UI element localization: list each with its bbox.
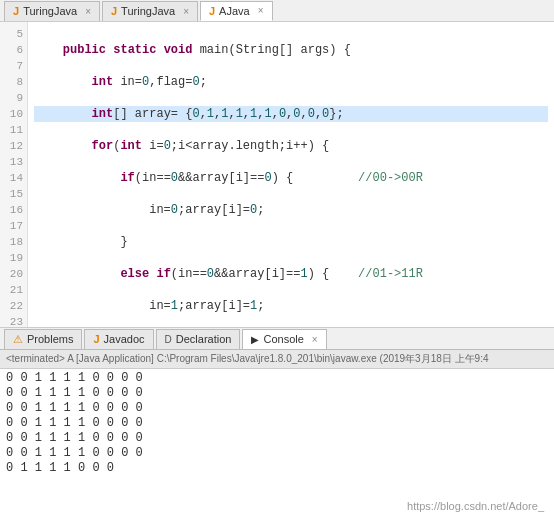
tab-label-1: TuringJava	[23, 5, 77, 17]
console-area: <terminated> A [Java Application] C:\Pro…	[0, 350, 554, 520]
console-icon: ▶	[251, 334, 259, 345]
javadoc-icon: J	[93, 333, 99, 345]
declaration-icon: D	[165, 334, 172, 345]
console-line-7: 0 1 1 1 1 0 0 0	[6, 461, 548, 476]
console-header: <terminated> A [Java Application] C:\Pro…	[0, 350, 554, 369]
console-line-1: 0 0 1 1 1 1 0 0 0 0	[6, 371, 548, 386]
tab-problems[interactable]: ⚠ Problems	[4, 329, 82, 349]
console-line-6: 0 0 1 1 1 1 0 0 0 0	[6, 446, 548, 461]
tab-ajava[interactable]: J AJava ×	[200, 1, 273, 21]
tab-declaration[interactable]: D Declaration	[156, 329, 241, 349]
tab-label-2: TuringJava	[121, 5, 175, 17]
tab-console[interactable]: ▶ Console ×	[242, 329, 326, 349]
code-editor[interactable]: 5 6 7 8 9 10 11 12 13 14 15 16 17 18 19 …	[0, 22, 554, 327]
tab-javadoc-label: Javadoc	[104, 333, 145, 345]
tab-icon-3: J	[209, 5, 215, 17]
tab-declaration-label: Declaration	[176, 333, 232, 345]
bottom-tab-bar: ⚠ Problems J Javadoc D Declaration ▶ Con…	[0, 328, 554, 350]
tab-turingjava1[interactable]: J TuringJava ×	[4, 1, 100, 21]
console-line-4: 0 0 1 1 1 1 0 0 0 0	[6, 416, 548, 431]
tab-close-1[interactable]: ×	[85, 6, 91, 17]
console-output: 0 0 1 1 1 1 0 0 0 0 0 0 1 1 1 1 0 0 0 0 …	[0, 369, 554, 478]
problems-icon: ⚠	[13, 333, 23, 346]
bottom-panel: ⚠ Problems J Javadoc D Declaration ▶ Con…	[0, 327, 554, 520]
tab-close-2[interactable]: ×	[183, 6, 189, 17]
tab-turingjava2[interactable]: J TuringJava ×	[102, 1, 198, 21]
tab-console-label: Console	[263, 333, 303, 345]
tab-label-3: AJava	[219, 5, 250, 17]
console-line-2: 0 0 1 1 1 1 0 0 0 0	[6, 386, 548, 401]
tab-javadoc[interactable]: J Javadoc	[84, 329, 153, 349]
console-line-5: 0 0 1 1 1 1 0 0 0 0	[6, 431, 548, 446]
console-line-3: 0 0 1 1 1 1 0 0 0 0	[6, 401, 548, 416]
tab-icon-2: J	[111, 5, 117, 17]
tab-icon-1: J	[13, 5, 19, 17]
tab-problems-label: Problems	[27, 333, 73, 345]
editor-container: J TuringJava × J TuringJava × J AJava × …	[0, 0, 554, 520]
top-tab-bar: J TuringJava × J TuringJava × J AJava ×	[0, 0, 554, 22]
line-number-gutter: 5 6 7 8 9 10 11 12 13 14 15 16 17 18 19 …	[0, 22, 28, 327]
code-text[interactable]: public static void main(String[] args) {…	[28, 22, 554, 327]
watermark: https://blog.csdn.net/Adore_	[407, 500, 544, 512]
console-close-icon[interactable]: ×	[312, 334, 318, 345]
tab-close-3[interactable]: ×	[258, 5, 264, 16]
